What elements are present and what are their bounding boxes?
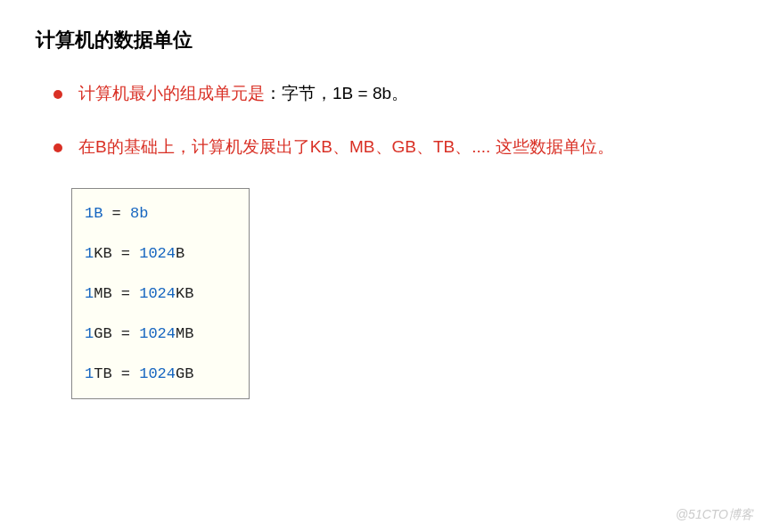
code-num: 1 [85,365,94,382]
code-op: MB = [94,285,139,302]
code-num: 1024 [139,285,176,302]
code-line: 1KB = 1024B [85,245,236,262]
code-op: GB = [94,325,139,342]
bullet-red-text: 计算机最小的组成单元是 [78,84,265,102]
code-num: 1 [85,245,94,262]
code-line: 1GB = 1024MB [85,325,236,342]
bullet-list: 计算机最小的组成单元是：字节，1B = 8b。 在B的基础上，计算机发展出了KB… [53,80,735,161]
code-num: 8b [130,205,148,222]
bullet-item: 计算机最小的组成单元是：字节，1B = 8b。 [53,80,735,107]
code-num: 1024 [139,365,176,382]
watermark: @51CTO博客 [676,507,753,523]
code-line: 1MB = 1024KB [85,285,236,302]
code-unit: B [176,245,185,262]
bullet-text: 计算机最小的组成单元是：字节，1B = 8b。 [78,80,408,107]
code-line: 1B = 8b [85,205,236,222]
code-num: 1024 [139,325,176,342]
code-num: 1B [85,205,103,222]
bullet-item: 在B的基础上，计算机发展出了KB、MB、GB、TB、.... 这些数据单位。 [53,134,735,160]
code-num: 1 [85,325,94,342]
bullet-dot-icon [53,143,62,152]
code-num: 1 [85,285,94,302]
code-unit: GB [176,365,193,382]
code-op: TB = [94,365,139,382]
code-unit: MB [176,325,193,342]
code-unit: KB [176,285,193,302]
bullet-black-text: ：字节，1B = 8b。 [265,84,408,102]
code-op: KB = [94,245,139,262]
code-op: = [103,205,130,222]
bullet-dot-icon [53,90,62,99]
bullet-red-text: 在B的基础上，计算机发展出了KB、MB、GB、TB、.... 这些数据单位。 [78,137,614,156]
code-num: 1024 [139,245,176,262]
bullet-text: 在B的基础上，计算机发展出了KB、MB、GB、TB、.... 这些数据单位。 [78,134,614,160]
code-box: 1B = 8b 1KB = 1024B 1MB = 1024KB 1GB = 1… [71,188,250,399]
page-title: 计算机的数据单位 [36,27,735,53]
code-line: 1TB = 1024GB [85,365,236,382]
